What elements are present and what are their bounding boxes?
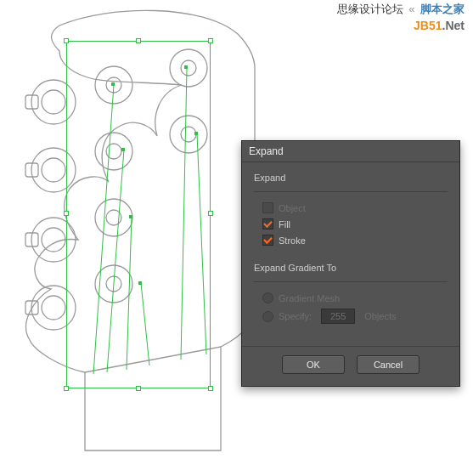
svg-point-24	[181, 127, 196, 142]
svg-line-27	[127, 217, 132, 370]
svg-rect-31	[111, 82, 115, 86]
svg-rect-36	[194, 132, 198, 135]
svg-line-30	[197, 133, 206, 354]
svg-point-15	[95, 133, 132, 170]
expand-dialog: Expand Expand Object Fill Stroke Expand …	[241, 140, 460, 387]
svg-point-2	[42, 90, 65, 114]
label-gradient-mesh: Gradient Mesh	[279, 293, 340, 303]
dialog-button-row: OK Cancel	[242, 346, 459, 386]
gradient-group-label: Expand Gradient To	[254, 263, 448, 273]
svg-rect-34	[138, 281, 142, 285]
label-specify-post: Objects	[364, 311, 396, 321]
dialog-title-text: Expand	[249, 145, 284, 157]
option-object: Object	[262, 202, 448, 213]
svg-rect-32	[121, 148, 125, 151]
radio-specify	[262, 311, 273, 322]
specify-count-field: 255	[321, 309, 355, 324]
expand-gradient-group: Expand Gradient To Gradient Mesh Specify…	[254, 263, 448, 324]
ok-button[interactable]: OK	[282, 355, 345, 374]
label-object: Object	[279, 203, 306, 213]
svg-line-26	[107, 150, 124, 372]
option-gradient-mesh: Gradient Mesh	[262, 292, 448, 303]
radio-gradient-mesh	[262, 292, 273, 303]
expand-group-label: Expand	[254, 173, 448, 183]
svg-point-11	[42, 296, 65, 320]
checkbox-object	[262, 202, 273, 213]
svg-point-23	[170, 116, 207, 153]
divider	[254, 281, 448, 282]
svg-line-25	[93, 85, 114, 374]
svg-point-8	[42, 228, 65, 252]
expand-group: Expand Object Fill Stroke	[254, 173, 448, 246]
divider	[254, 191, 448, 192]
svg-point-17	[95, 199, 132, 236]
checkbox-stroke[interactable]	[262, 235, 273, 246]
option-stroke[interactable]: Stroke	[262, 235, 448, 246]
svg-line-29	[181, 68, 187, 360]
svg-rect-33	[129, 215, 132, 218]
svg-point-21	[170, 49, 207, 87]
option-specify: Specify: 255 Objects	[262, 309, 448, 324]
svg-line-0	[85, 347, 221, 372]
svg-point-22	[181, 60, 196, 76]
label-stroke: Stroke	[279, 235, 306, 246]
label-specify-pre: Specify:	[279, 311, 312, 321]
svg-line-28	[141, 283, 149, 366]
option-fill[interactable]: Fill	[262, 218, 448, 230]
svg-point-5	[42, 158, 65, 182]
checkbox-fill[interactable]	[262, 218, 273, 230]
label-fill: Fill	[279, 219, 290, 230]
svg-rect-35	[184, 65, 188, 69]
dialog-title[interactable]: Expand	[242, 141, 459, 162]
cancel-button[interactable]: Cancel	[357, 355, 420, 374]
